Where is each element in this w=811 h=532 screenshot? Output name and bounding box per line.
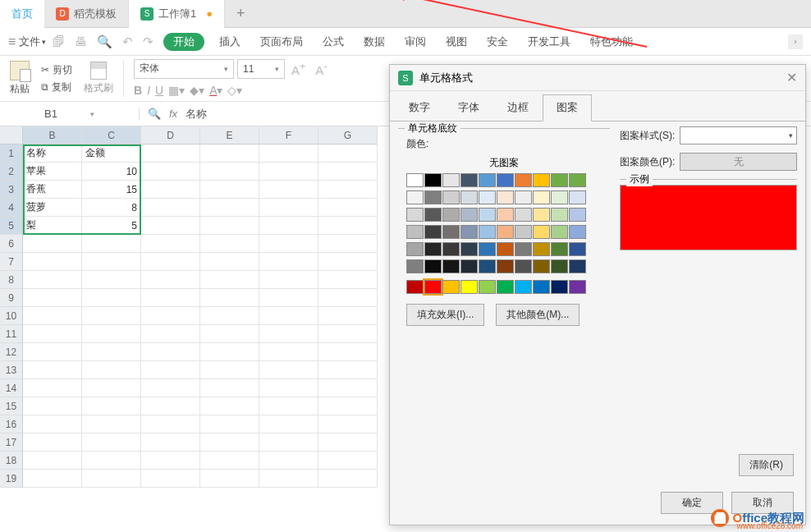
cell[interactable]: [318, 397, 378, 415]
tab-formula[interactable]: 公式: [314, 34, 352, 49]
color-swatch[interactable]: [551, 208, 568, 222]
cell[interactable]: [318, 144, 378, 163]
cell[interactable]: [23, 397, 82, 415]
tab-start[interactable]: 开始: [163, 33, 204, 51]
row-header[interactable]: 10: [0, 307, 23, 325]
tab-template[interactable]: D稻壳模板: [44, 0, 128, 28]
new-tab-button[interactable]: +: [225, 5, 257, 22]
color-swatch[interactable]: [406, 259, 424, 273]
cell[interactable]: [23, 289, 82, 307]
color-swatch[interactable]: [551, 280, 568, 294]
format-painter[interactable]: 格式刷: [79, 62, 118, 95]
cell[interactable]: 梨: [23, 217, 82, 235]
cell[interactable]: [82, 433, 141, 452]
color-swatch[interactable]: [424, 225, 442, 239]
color-swatch[interactable]: [442, 280, 460, 294]
cell[interactable]: 香蕉: [23, 181, 82, 199]
cell[interactable]: [141, 181, 200, 199]
font-size-select[interactable]: 11▾: [237, 59, 285, 79]
cell[interactable]: [82, 415, 141, 433]
undo-icon[interactable]: ↶: [119, 34, 136, 49]
cell[interactable]: [259, 307, 318, 325]
column-header[interactable]: D: [141, 126, 200, 144]
cell[interactable]: [141, 271, 200, 289]
color-swatch[interactable]: [442, 208, 460, 222]
cell[interactable]: [82, 361, 141, 379]
cell[interactable]: 菠萝: [23, 199, 82, 217]
color-swatch[interactable]: [569, 190, 586, 204]
cell[interactable]: [200, 433, 259, 452]
fx-icon[interactable]: fx: [169, 108, 177, 120]
cell[interactable]: [23, 325, 82, 343]
color-swatch[interactable]: [479, 280, 496, 294]
cell[interactable]: [318, 181, 378, 199]
cut-button[interactable]: ✂剪切: [41, 63, 72, 77]
color-swatch[interactable]: [515, 280, 532, 294]
cell[interactable]: [82, 307, 141, 325]
column-header[interactable]: E: [200, 126, 259, 144]
cell[interactable]: [259, 452, 318, 470]
color-swatch[interactable]: [551, 259, 568, 273]
color-swatch[interactable]: [406, 242, 424, 256]
cell[interactable]: [259, 325, 318, 343]
cell[interactable]: [318, 271, 378, 289]
cell[interactable]: [318, 433, 378, 452]
cell[interactable]: 15: [82, 181, 141, 199]
cell[interactable]: [200, 415, 259, 433]
color-swatch[interactable]: [497, 208, 514, 222]
italic-icon[interactable]: I: [147, 84, 150, 97]
underline-icon[interactable]: U: [155, 84, 163, 97]
cell[interactable]: [259, 217, 318, 235]
tab-page-layout[interactable]: 页面布局: [252, 34, 311, 49]
cell[interactable]: [23, 470, 82, 488]
cell[interactable]: 5: [82, 217, 141, 235]
color-swatch[interactable]: [406, 280, 424, 294]
cell[interactable]: [259, 361, 318, 379]
row-header[interactable]: 18: [0, 452, 23, 470]
decrease-font-icon[interactable]: A-: [312, 61, 330, 77]
color-swatch[interactable]: [497, 190, 514, 204]
search-icon[interactable]: 🔍: [148, 108, 161, 120]
cell[interactable]: [318, 163, 378, 181]
close-icon[interactable]: ✕: [786, 70, 797, 85]
cell[interactable]: [82, 271, 141, 289]
color-swatch[interactable]: [424, 173, 442, 187]
color-swatch[interactable]: [424, 190, 442, 204]
cell[interactable]: [200, 361, 259, 379]
cell[interactable]: [141, 163, 200, 181]
color-swatch[interactable]: [497, 259, 514, 273]
cell[interactable]: 名称: [23, 144, 82, 163]
color-swatch[interactable]: [424, 208, 442, 222]
cell[interactable]: 金额: [82, 144, 141, 163]
color-swatch[interactable]: [497, 242, 514, 256]
cell[interactable]: 10: [82, 163, 141, 181]
row-header[interactable]: 16: [0, 415, 23, 433]
color-swatch[interactable]: [442, 242, 460, 256]
cell[interactable]: [318, 253, 378, 271]
color-swatch[interactable]: [533, 208, 550, 222]
cell[interactable]: [318, 361, 378, 379]
tab-data[interactable]: 数据: [355, 34, 393, 49]
color-swatch[interactable]: [569, 173, 586, 187]
color-swatch[interactable]: [460, 190, 478, 204]
cell[interactable]: [200, 253, 259, 271]
color-swatch[interactable]: [406, 190, 424, 204]
cell[interactable]: [141, 217, 200, 235]
color-swatch[interactable]: [479, 225, 496, 239]
color-swatch[interactable]: [479, 190, 496, 204]
color-swatch[interactable]: [460, 173, 478, 187]
color-swatch[interactable]: [533, 242, 550, 256]
cell[interactable]: [200, 397, 259, 415]
tab-view[interactable]: 视图: [438, 34, 475, 49]
cell[interactable]: [200, 325, 259, 343]
color-swatch[interactable]: [533, 225, 550, 239]
cell[interactable]: [259, 289, 318, 307]
cell[interactable]: [259, 181, 318, 199]
color-swatch[interactable]: [569, 259, 586, 273]
hamburger-icon[interactable]: ≡: [8, 34, 16, 49]
color-swatch[interactable]: [479, 173, 496, 187]
font-name-select[interactable]: 宋体▾: [134, 59, 234, 79]
color-swatch[interactable]: [424, 242, 442, 256]
color-swatch[interactable]: [460, 242, 478, 256]
cell[interactable]: [141, 289, 200, 307]
